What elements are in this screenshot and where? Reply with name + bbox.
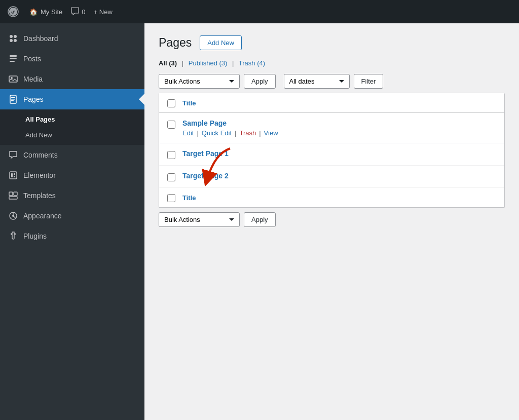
bulk-actions-label-top: Bulk Actions	[164, 78, 200, 85]
page-title-sample-page[interactable]: Sample Page	[182, 119, 227, 127]
row-checkbox-sample-page[interactable]	[167, 121, 175, 129]
sidebar-item-dashboard[interactable]: Dashboard	[0, 28, 144, 49]
dashboard-icon	[8, 33, 18, 44]
sidebar-item-appearance[interactable]: Appearance	[0, 206, 144, 226]
sidebar-item-label: Plugins	[23, 232, 47, 240]
pages-submenu: All Pages Add New	[0, 109, 144, 145]
row-actions-sample-page: Edit | Quick Edit | Trash | View	[182, 129, 496, 137]
sidebar-item-label: Comments	[23, 151, 58, 159]
sidebar-subitem-all-pages[interactable]: All Pages	[0, 111, 144, 127]
sidebar-item-templates[interactable]: Templates	[0, 185, 144, 206]
svg-rect-16	[14, 173, 15, 175]
sidebar-item-media[interactable]: Media	[0, 69, 144, 89]
row-content-target-page-2: Target Page 2	[182, 172, 496, 180]
row-checkbox-target-page-1[interactable]	[167, 151, 175, 159]
svg-point-22	[12, 215, 14, 217]
svg-rect-18	[9, 192, 13, 196]
svg-rect-20	[9, 197, 17, 199]
table-row: Target Page 1	[159, 143, 504, 166]
svg-point-1	[10, 35, 13, 38]
sidebar-subitem-add-new[interactable]: Add New	[0, 127, 144, 143]
pages-table-wrapper: Title Sample Page Edit | Quick Edit | Tr…	[159, 93, 505, 208]
site-name: My Site	[41, 8, 62, 16]
select-all-bottom-checkbox[interactable]	[167, 194, 175, 202]
comments-sidebar-icon	[8, 150, 18, 160]
svg-rect-12	[11, 99, 15, 100]
svg-rect-8	[9, 76, 17, 82]
site-link[interactable]: 🏠 My Site	[29, 8, 62, 16]
svg-point-2	[14, 35, 17, 38]
sidebar-item-label: Media	[23, 75, 43, 83]
sidebar-item-label: Pages	[23, 95, 44, 103]
dates-select-top[interactable]: All dates	[284, 74, 350, 89]
elementor-icon	[8, 170, 18, 180]
svg-rect-15	[11, 173, 13, 177]
svg-rect-6	[10, 58, 17, 59]
bulk-actions-label-bottom: Bulk Actions	[164, 216, 200, 223]
bulk-actions-select-bottom[interactable]: Bulk Actions	[159, 212, 240, 227]
filter-published[interactable]: Published (3)	[189, 59, 229, 67]
wp-logo[interactable]	[5, 4, 21, 20]
table-footer-row: Title	[159, 188, 504, 208]
add-new-button[interactable]: Add New	[200, 35, 242, 50]
page-title-target-page-1[interactable]: Target Page 1	[182, 149, 229, 158]
page-title: Pages	[159, 36, 192, 50]
apply-button-bottom[interactable]: Apply	[244, 212, 276, 227]
sidebar-item-label: Elementor	[23, 171, 56, 179]
svg-rect-14	[10, 172, 17, 179]
sidebar-item-label: Appearance	[23, 212, 62, 220]
trash-link-sample-page[interactable]: Trash	[239, 129, 256, 137]
comments-icon	[70, 7, 80, 17]
home-icon: 🏠	[29, 8, 38, 16]
sidebar-item-label: Templates	[23, 192, 56, 200]
bulk-actions-select-top[interactable]: Bulk Actions	[159, 74, 240, 89]
templates-icon	[8, 190, 18, 201]
quick-edit-link-sample-page[interactable]: Quick Edit	[202, 129, 232, 137]
filter-all[interactable]: All (3)	[159, 59, 179, 67]
sidebar-item-pages[interactable]: Pages	[0, 89, 144, 109]
svg-point-4	[14, 39, 17, 42]
appearance-icon	[8, 211, 18, 221]
comments-link[interactable]: 0	[70, 7, 85, 17]
svg-rect-7	[10, 61, 15, 62]
row-content-target-page-1: Target Page 1	[182, 149, 496, 158]
edit-link-sample-page[interactable]: Edit	[182, 129, 194, 137]
svg-rect-11	[11, 97, 15, 98]
select-all-checkbox[interactable]	[167, 99, 175, 107]
main-content: Pages Add New All (3) | Published (3) | …	[144, 23, 519, 420]
svg-rect-13	[11, 100, 14, 101]
sidebar-item-plugins[interactable]: Plugins	[0, 226, 144, 246]
comments-count: 0	[82, 8, 85, 16]
sidebar: Dashboard Posts	[0, 23, 144, 420]
topbar: 🏠 My Site 0 + New	[0, 0, 519, 23]
bulk-bar-top: Bulk Actions Apply All dates Filter	[159, 74, 505, 89]
dates-label-top: All dates	[289, 78, 315, 85]
sidebar-item-posts[interactable]: Posts	[0, 49, 144, 69]
dates-chevron-top	[339, 80, 344, 83]
table-row: Sample Page Edit | Quick Edit | Trash | …	[159, 113, 504, 143]
plugins-icon	[8, 231, 18, 241]
sidebar-item-label: Dashboard	[23, 34, 58, 43]
table-header-row: Title	[159, 93, 504, 113]
apply-button-top[interactable]: Apply	[244, 74, 276, 89]
page-title-target-page-2[interactable]: Target Page 2	[182, 172, 229, 180]
bulk-bar-bottom: Bulk Actions Apply	[159, 212, 505, 227]
svg-point-3	[10, 39, 13, 42]
title-column-header: Title	[182, 99, 196, 107]
sidebar-item-elementor[interactable]: Elementor	[0, 165, 144, 185]
svg-point-9	[11, 77, 13, 79]
pages-table: Title Sample Page Edit | Quick Edit | Tr…	[159, 93, 505, 208]
filter-links: All (3) | Published (3) | Trash (4)	[159, 59, 505, 67]
sidebar-item-comments[interactable]: Comments	[0, 145, 144, 165]
table-row: Target Page 2	[159, 166, 504, 188]
row-checkbox-target-page-2[interactable]	[167, 173, 175, 181]
pages-icon	[8, 94, 18, 104]
posts-icon	[8, 54, 18, 64]
bulk-actions-chevron-bottom	[229, 218, 234, 221]
new-menu[interactable]: + New	[94, 8, 113, 16]
filter-button-top[interactable]: Filter	[354, 74, 384, 89]
svg-rect-19	[14, 192, 17, 196]
view-link-sample-page[interactable]: View	[264, 129, 278, 137]
filter-trash[interactable]: Trash (4)	[239, 59, 265, 67]
sidebar-item-label: Posts	[23, 55, 41, 63]
